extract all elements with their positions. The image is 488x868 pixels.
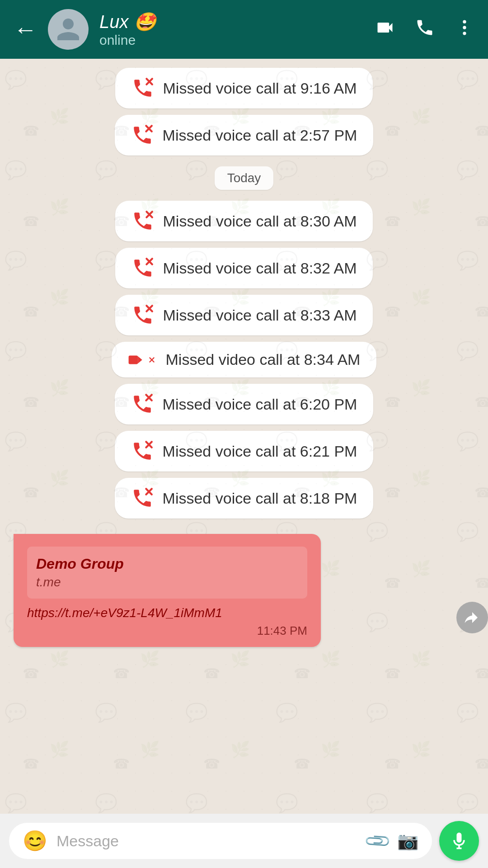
call-message-text: Missed voice call at 8:33 AM: [163, 307, 357, 324]
chat-header: ← Lux 🤩 online: [0, 0, 488, 59]
attach-button[interactable]: 📎: [363, 826, 392, 855]
call-message-text: Missed voice call at 2:57 PM: [163, 127, 357, 144]
more-options-button[interactable]: [455, 18, 474, 42]
missed-call-item[interactable]: Missed voice call at 2:57 PM: [115, 115, 374, 156]
missed-call-item[interactable]: Missed voice call at 8:33 AM: [115, 295, 373, 335]
call-message-text: Missed voice call at 8:32 AM: [163, 259, 357, 277]
chat-background: 💬 🌿 ☎ Missed voice call at 9:16 AM Misse…: [0, 59, 488, 814]
emoji-button[interactable]: 😊: [23, 829, 47, 853]
missed-call-item[interactable]: Missed voice call at 6:21 PM: [115, 431, 374, 472]
svg-point-2: [463, 32, 466, 35]
tme-label: t.me: [36, 575, 298, 590]
call-message-text: Missed voice call at 6:20 PM: [163, 396, 357, 413]
forward-preview: Demo Group t.me: [27, 547, 307, 599]
group-name: Demo Group: [36, 556, 298, 572]
missed-call-item[interactable]: Missed voice call at 8:32 AM: [115, 248, 373, 288]
forwarded-message-bubble[interactable]: Demo Group t.me https://t.me/+eV9z1-L4W_…: [14, 534, 321, 647]
message-input-container[interactable]: 😊 Message 📎 📷: [9, 823, 432, 859]
missed-video-call-item[interactable]: Missed video call at 8:34 AM: [112, 342, 377, 377]
header-actions: [375, 18, 474, 42]
call-message-text: Missed voice call at 6:21 PM: [163, 443, 357, 460]
call-message-text: Missed voice call at 8:18 PM: [163, 490, 357, 507]
camera-button[interactable]: 📷: [397, 831, 418, 851]
message-placeholder[interactable]: Message: [56, 832, 358, 850]
avatar[interactable]: [48, 9, 89, 50]
mic-button[interactable]: [439, 821, 479, 861]
voice-call-button[interactable]: [415, 18, 435, 42]
call-message-text: Missed voice call at 8:30 AM: [163, 212, 357, 230]
date-label: Today: [227, 171, 261, 185]
contact-status: online: [99, 33, 364, 48]
video-call-button[interactable]: [375, 18, 395, 42]
message-input-bar: 😊 Message 📎 📷: [0, 814, 488, 868]
missed-call-item[interactable]: Missed voice call at 8:18 PM: [115, 478, 374, 519]
svg-rect-7: [128, 355, 138, 364]
missed-call-item[interactable]: Missed voice call at 6:20 PM: [115, 384, 374, 425]
date-divider: Today: [215, 166, 274, 190]
chat-messages-list: Missed voice call at 9:16 AM Missed voic…: [0, 59, 488, 814]
forward-share-button[interactable]: [456, 602, 488, 633]
message-time: 11:43 PM: [27, 624, 307, 638]
contact-name: Lux 🤩: [99, 11, 364, 33]
call-message-text: Missed voice call at 9:16 AM: [163, 80, 357, 97]
svg-point-1: [463, 26, 466, 29]
missed-call-item[interactable]: Missed voice call at 9:16 AM: [115, 68, 373, 108]
header-contact-info[interactable]: Lux 🤩 online: [99, 11, 364, 48]
back-button[interactable]: ←: [14, 16, 37, 43]
forward-link[interactable]: https://t.me/+eV9z1-L4W_1iMmM1: [27, 606, 307, 620]
call-message-text: Missed video call at 8:34 AM: [166, 351, 361, 368]
missed-call-item[interactable]: Missed voice call at 8:30 AM: [115, 201, 373, 241]
svg-point-0: [463, 20, 466, 23]
